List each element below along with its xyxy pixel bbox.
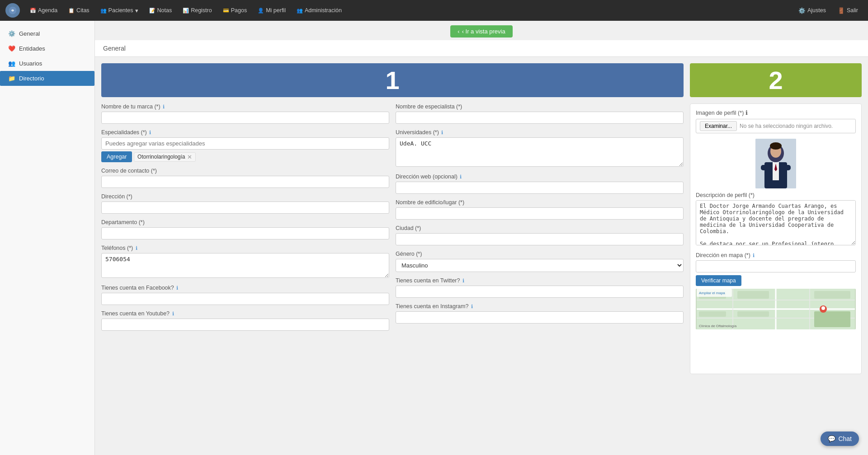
page-wrapper: ⚙️ General ❤️ Entidades 👥 Usuarios 📁 Dir… — [0, 21, 868, 455]
map-info-icon: ℹ — [753, 253, 755, 258]
form-left-column: Nombre de tu marca (*) ℹ sentir_bla Espe… — [101, 103, 389, 336]
address-group: Dirección (*) cra 43 29-35 Consultorio 7… — [101, 193, 389, 214]
nav-administracion[interactable]: 👥 Administración — [292, 5, 346, 16]
back-button[interactable]: ‹ ‹ Ir a vista previa — [450, 25, 512, 38]
section-header: General — [95, 40, 868, 57]
phones-group: Teléfonos (*) ℹ 5706054 — [101, 245, 389, 279]
description-textarea[interactable]: El Doctor Jorge Armando Cuartas Arango, … — [696, 200, 856, 245]
instagram-info-icon: ℹ — [471, 304, 473, 309]
facebook-info-icon: ℹ — [176, 285, 178, 291]
pacientes-icon: 👥 — [100, 8, 107, 14]
brand-name-label: Nombre de tu marca (*) ℹ — [101, 103, 389, 110]
contact-email-group: Correo de contacto (*) jcuartas83@hotmai… — [101, 168, 389, 188]
web-address-input[interactable]: http://www.jorgecuartasotorrino.com — [396, 182, 684, 194]
web-address-group: Dirección web (opcional) ℹ http://www.jo… — [396, 174, 684, 194]
profile-image-info-icon: ℹ — [745, 110, 748, 116]
web-address-label: Dirección web (opcional) ℹ — [396, 174, 684, 180]
svg-point-24 — [821, 306, 825, 310]
specialties-input[interactable] — [101, 137, 389, 150]
remove-specialty-button[interactable]: ✕ — [187, 154, 192, 160]
sidebar: ⚙️ General ❤️ Entidades 👥 Usuarios 📁 Dir… — [0, 21, 95, 455]
profile-photo — [755, 139, 796, 188]
specialist-name-group: Nombre de especialista (*) Jorge Armando… — [396, 103, 684, 124]
address-input[interactable]: cra 43 29-35 Consultorio 703 — [101, 202, 389, 214]
svg-point-4 — [770, 142, 782, 150]
twitter-label: Tienes cuenta en Twitter? ℹ — [396, 277, 684, 284]
sidebar-item-general[interactable]: ⚙️ General — [0, 26, 94, 41]
instagram-input[interactable] — [396, 311, 684, 324]
instagram-group: Tienes cuenta en Instagram? ℹ — [396, 303, 684, 324]
map-address-row: cra 43 29-35 Consultorio 703 Antioquia M… — [696, 260, 856, 272]
building-input[interactable]: Clínica De Oftalmologia San Diego — [396, 207, 684, 220]
nav-citas[interactable]: 📋 Citas — [64, 5, 94, 16]
salir-icon: 🚪 — [838, 7, 845, 14]
chat-bubble[interactable]: 💬 Chat — [821, 432, 859, 446]
facebook-input[interactable]: https://www.facebook.com/jorgecuartasoto… — [101, 293, 389, 305]
main-content: ‹ ‹ Ir a vista previa General 1 2 Nombr — [95, 21, 868, 455]
nav-agenda[interactable]: 📅 Agenda — [25, 5, 62, 16]
svg-rect-8 — [761, 165, 771, 170]
city-input[interactable]: Medellín — [396, 233, 684, 245]
chat-icon: 💬 — [828, 435, 835, 442]
registro-icon: 📊 — [183, 8, 189, 14]
form-right-column: Nombre de especialista (*) Jorge Armando… — [396, 103, 684, 336]
specialist-name-input[interactable]: Jorge Armando Cuartas Arango — [396, 112, 684, 124]
contact-email-input[interactable]: jcuartas83@hotmail.com — [101, 176, 389, 188]
department-group: Departamento (*) Antioquia — [101, 219, 389, 239]
entidades-icon: ❤️ — [8, 45, 15, 52]
phones-input[interactable]: 5706054 — [101, 253, 389, 278]
nav-ajustes[interactable]: ⚙️ Ajustes — [794, 5, 830, 17]
nav-pagos[interactable]: 💳 Pagos — [218, 5, 251, 16]
sidebar-item-directorio[interactable]: 📁 Directorio — [0, 71, 94, 86]
banner-2: 2 — [690, 63, 862, 97]
add-specialty-button[interactable]: Agregar — [101, 151, 132, 162]
youtube-group: Tienes cuenta en Youtube? ℹ — [101, 310, 389, 331]
universities-group: Universidades (*) ℹ UdeA. UCC — [396, 129, 684, 168]
sidebar-item-entidades[interactable]: ❤️ Entidades — [0, 41, 94, 56]
map-preview: Clínica de Oftalmología Ampliar el mapa — [696, 289, 856, 329]
nav-notas[interactable]: 📝 Notas — [145, 5, 177, 16]
verify-map-button[interactable]: Verificar mapa — [696, 275, 741, 286]
twitter-info-icon: ℹ — [462, 278, 464, 283]
file-input-row: Examinar... No se ha seleccionado ningún… — [696, 119, 856, 133]
navbar-right: ⚙️ Ajustes 🚪 Salir — [794, 5, 863, 17]
profile-image-section: Imagen de perfil (*) ℹ Examinar... No se… — [696, 109, 856, 133]
phones-label: Teléfonos (*) ℹ — [101, 245, 389, 251]
department-input[interactable]: Antioquia — [101, 227, 389, 239]
ajustes-icon: ⚙️ — [798, 7, 806, 14]
profile-photo-container — [696, 139, 856, 188]
gender-label: Género (*) — [396, 251, 684, 257]
agenda-icon: 📅 — [30, 8, 36, 14]
navbar: 📅 Agenda 📋 Citas 👥 Pacientes ▾ 📝 Notas 📊… — [0, 0, 868, 21]
instagram-label: Tienes cuenta en Instagram? ℹ — [396, 303, 684, 310]
pagos-icon: 💳 — [223, 8, 229, 14]
sidebar-item-usuarios[interactable]: 👥 Usuarios — [0, 56, 94, 71]
specialties-info-icon: ℹ — [149, 130, 151, 135]
nav-pacientes[interactable]: 👥 Pacientes ▾ — [96, 5, 143, 17]
back-button-wrap: ‹ ‹ Ir a vista previa — [95, 21, 868, 40]
description-label: Descripción de perfil (*) — [696, 192, 856, 198]
file-choose-button[interactable]: Examinar... — [700, 121, 737, 131]
universities-info-icon: ℹ — [441, 130, 443, 135]
facebook-group: Tienes cuenta en Facebook? ℹ https://www… — [101, 285, 389, 305]
map-address-input[interactable]: cra 43 29-35 Consultorio 703 Antioquia M… — [696, 260, 856, 272]
gender-select[interactable]: Masculino Femenino Otro — [396, 259, 684, 272]
nav-registro[interactable]: 📊 Registro — [178, 5, 217, 16]
youtube-label: Tienes cuenta en Youtube? ℹ — [101, 310, 389, 317]
nav-salir[interactable]: 🚪 Salir — [833, 5, 863, 17]
address-label: Dirección (*) — [101, 193, 389, 200]
admin-icon: 👥 — [297, 8, 303, 14]
universities-label: Universidades (*) ℹ — [396, 129, 684, 136]
citas-icon: 📋 — [68, 8, 75, 14]
universities-input[interactable]: UdeA. UCC — [396, 137, 684, 167]
app-logo[interactable] — [5, 3, 20, 18]
twitter-input[interactable]: https://twitter.com/ — [396, 286, 684, 298]
specialist-name-label: Nombre de especialista (*) — [396, 103, 684, 110]
youtube-input[interactable] — [101, 319, 389, 331]
nav-mi-perfil[interactable]: 👤 Mi perfil — [253, 5, 290, 16]
brand-name-input[interactable]: sentir_bla — [101, 112, 389, 124]
svg-rect-19 — [699, 311, 726, 317]
phones-info-icon: ℹ — [136, 245, 137, 251]
facebook-label: Tienes cuenta en Facebook? ℹ — [101, 285, 389, 291]
svg-rect-22 — [814, 311, 850, 327]
